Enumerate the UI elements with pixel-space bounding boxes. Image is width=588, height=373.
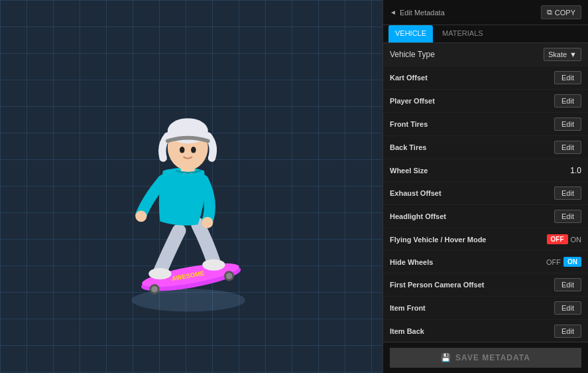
svg-point-11 (202, 217, 213, 228)
hide-wheels-toggle-on[interactable]: ON (563, 257, 581, 267)
hide-wheels-row: Hide Wheels OFF ON (383, 251, 588, 273)
metadata-panel: ◄ Edit Metadata ⧉ COPY VEHICLE MATERIALS… (382, 0, 588, 373)
item-back-edit-button[interactable]: Edit (554, 325, 581, 338)
back-tires-label: Back Tires (390, 143, 426, 151)
item-back-row: Item Back Edit (383, 320, 588, 342)
player-offset-label: Player Offset (390, 97, 435, 105)
breadcrumb[interactable]: ◄ Edit Metadata (390, 9, 445, 17)
copy-icon: ⧉ (547, 8, 552, 17)
vehicle-type-dropdown[interactable]: Skate ▼ (544, 48, 581, 61)
hide-wheels-off-label: OFF (546, 258, 561, 266)
first-person-camera-edit-button[interactable]: Edit (554, 278, 581, 291)
flying-vehicle-row: Flying Vehicle / Hover Mode OFF ON (383, 228, 588, 251)
panel-footer: 💾 SAVE METADATA (383, 342, 588, 373)
svg-point-9 (202, 260, 225, 271)
first-person-camera-row: First Person Camera Offset Edit (383, 273, 588, 297)
vehicle-type-value: Skate (548, 50, 567, 58)
exhaust-offset-row: Exhaust Offset Edit (383, 182, 588, 205)
save-icon: 💾 (441, 353, 451, 362)
front-tires-row: Front Tires Edit (383, 113, 588, 136)
vehicle-type-label: Vehicle Type (390, 50, 435, 59)
player-offset-row: Player Offset Edit (383, 90, 588, 113)
character-svg: AWESOME (86, 54, 298, 319)
hide-wheels-toggle-group: OFF ON (546, 257, 581, 267)
back-tires-edit-button[interactable]: Edit (554, 141, 581, 154)
breadcrumb-label: Edit Metadata (400, 9, 445, 17)
headlight-offset-row: Headlight Offset Edit (383, 205, 588, 228)
flying-vehicle-on-label: ON (571, 236, 582, 244)
tab-bar: VEHICLE MATERIALS (383, 25, 588, 43)
kart-offset-label: Kart Offset (390, 74, 428, 82)
first-person-camera-label: First Person Camera Offset (390, 281, 484, 289)
exhaust-offset-edit-button[interactable]: Edit (554, 186, 581, 200)
svg-point-15 (179, 147, 184, 153)
front-tires-label: Front Tires (390, 120, 428, 128)
flying-vehicle-toggle-group: OFF ON (547, 234, 582, 244)
copy-label: COPY (555, 9, 575, 17)
item-front-edit-button[interactable]: Edit (554, 301, 581, 315)
item-front-row: Item Front Edit (383, 297, 588, 320)
back-tires-row: Back Tires Edit (383, 136, 588, 159)
panel-header: ◄ Edit Metadata ⧉ COPY (383, 0, 588, 25)
kart-offset-row: Kart Offset Edit (383, 66, 588, 90)
wheel-size-value: 1.0 (570, 166, 581, 175)
character-display: AWESOME (0, 0, 382, 373)
tab-vehicle[interactable]: VEHICLE (388, 25, 433, 42)
tab-materials[interactable]: MATERIALS (436, 25, 490, 42)
hide-wheels-label: Hide Wheels (390, 258, 433, 266)
headlight-offset-edit-button[interactable]: Edit (554, 210, 581, 223)
kart-offset-edit-button[interactable]: Edit (554, 71, 581, 84)
headlight-offset-label: Headlight Offset (390, 212, 446, 220)
tab-materials-label: MATERIALS (442, 29, 483, 37)
exhaust-offset-label: Exhaust Offset (390, 189, 441, 197)
wheel-size-row: Wheel Size 1.0 (383, 159, 588, 182)
front-tires-edit-button[interactable]: Edit (554, 117, 581, 131)
tab-vehicle-label: VEHICLE (395, 29, 426, 37)
svg-point-8 (148, 268, 171, 279)
3d-viewport[interactable]: AWESOME (0, 0, 382, 373)
item-front-label: Item Front (390, 304, 426, 312)
flying-vehicle-toggle-off[interactable]: OFF (547, 234, 568, 244)
save-label: SAVE METADATA (455, 353, 530, 362)
flying-vehicle-label: Flying Vehicle / Hover Mode (390, 236, 486, 244)
player-offset-edit-button[interactable]: Edit (554, 94, 581, 108)
back-arrow-icon: ◄ (390, 9, 396, 16)
save-metadata-button[interactable]: 💾 SAVE METADATA (390, 348, 581, 368)
copy-button[interactable]: ⧉ COPY (541, 5, 581, 19)
dropdown-arrow-icon: ▼ (569, 50, 577, 58)
item-back-label: Item Back (390, 327, 424, 335)
svg-point-0 (131, 289, 245, 311)
svg-point-10 (135, 210, 147, 222)
panel-content: Vehicle Type Skate ▼ Kart Offset Edit Pl… (383, 43, 588, 342)
wheel-size-label: Wheel Size (390, 167, 428, 175)
svg-point-16 (191, 147, 196, 153)
vehicle-type-row: Vehicle Type Skate ▼ (383, 43, 588, 66)
